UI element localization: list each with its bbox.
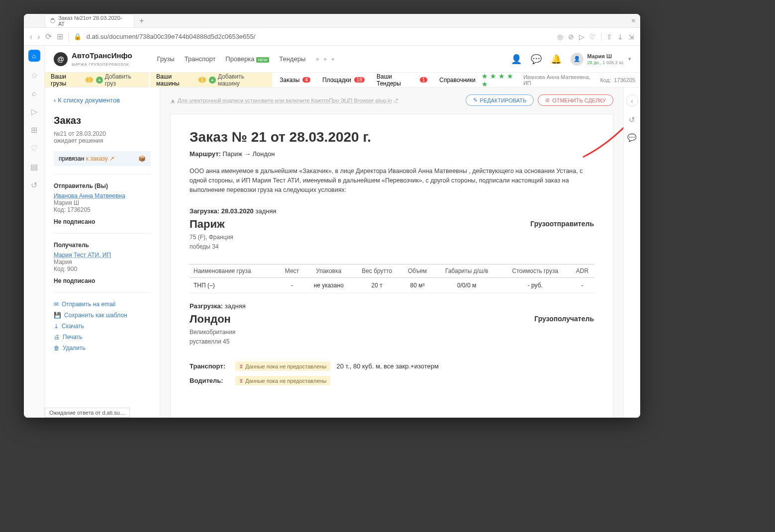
nav-more-icon[interactable]: ● ● ● xyxy=(315,55,336,63)
action-save-template[interactable]: 💾Сохранить как шаблон xyxy=(54,312,151,319)
subnav-orders[interactable]: Заказы xyxy=(280,77,299,84)
action-download[interactable]: ⤓Скачать xyxy=(54,323,151,330)
company-name[interactable]: Иванова Анна Матвеевна, ИП xyxy=(523,74,597,86)
subnav-platforms[interactable]: Площадки xyxy=(322,77,351,84)
external-icon: ↗ xyxy=(394,97,398,103)
city-to-region: Великобритания xyxy=(190,328,235,337)
rail-star-icon[interactable]: ☆ xyxy=(31,71,38,80)
cancel-deal-button[interactable]: ⊘ ОТМЕНИТЬ СДЕЛКУ xyxy=(538,94,613,106)
search-person-icon[interactable]: 👤 xyxy=(511,54,522,65)
receiver-name-link[interactable]: Мария Тест АТИ, ИП xyxy=(54,252,151,259)
grid-icon[interactable]: ⊞ xyxy=(57,32,63,41)
sidebar-title: Заказ xyxy=(54,115,151,126)
url-text[interactable]: d.ati.su/document/738a00c39e744b04888d5d… xyxy=(87,33,256,40)
rail-list-icon[interactable]: ▤ xyxy=(30,162,38,172)
print-icon: 🖨 xyxy=(54,334,60,341)
linked-order-box[interactable]: привязан к заказу ↗ 📦 xyxy=(54,151,151,166)
rail-history-icon[interactable]: ↺ xyxy=(31,180,37,190)
site-logo[interactable]: @ АвтоТрансИнфо БИРЖА ГРУЗОПЕРЕВОЗОК xyxy=(54,51,132,67)
user-menu[interactable]: 👤 Мария Ш 28 дн., 1 026.2 ат. ▾ xyxy=(571,53,631,66)
nav-cargo[interactable]: Грузы xyxy=(157,55,175,63)
rail-apps-icon[interactable]: ⊞ xyxy=(31,125,37,135)
share-icon[interactable]: ⇪ xyxy=(606,33,612,41)
table-row: ТНП (–) - не указано 20 т 80 м³ 0/0/0 м … xyxy=(190,277,594,293)
action-print[interactable]: 🖨Печать xyxy=(54,334,151,341)
subnav-your-cargo[interactable]: Ваши грузы xyxy=(51,73,83,87)
route-label: Маршрут: xyxy=(190,150,221,158)
route-arrow-icon: → xyxy=(244,150,251,158)
logo-icon: @ xyxy=(54,52,68,66)
reload-icon[interactable]: ⟳ xyxy=(45,32,52,41)
play-icon[interactable]: ▷ xyxy=(579,33,584,41)
crypto-warning[interactable]: ▲ Для электронной подписи установите или… xyxy=(170,97,398,103)
loading-label: Загрузка: xyxy=(190,207,219,215)
new-badge: NEW xyxy=(256,57,270,63)
subnav-your-trucks[interactable]: Ваши машины xyxy=(156,73,195,87)
loading-date: 28.03.2020 xyxy=(221,207,254,215)
logo-title: АвтоТрансИнфо xyxy=(72,51,132,60)
drawer-icon[interactable]: ⇲ xyxy=(628,33,634,41)
tabs-menu-icon[interactable]: ≡ xyxy=(631,17,635,24)
doc-intro: ООО анна именуемое в дальнейшем «Заказчи… xyxy=(190,167,594,194)
nav-check[interactable]: ПроверкаNEW xyxy=(225,55,269,63)
history-icon[interactable]: ↺ xyxy=(629,115,635,124)
tenders-count: 1 xyxy=(420,77,427,83)
add-cargo-button[interactable]: Добавить груз xyxy=(96,73,143,87)
stop-icon: ⊘ xyxy=(545,97,550,103)
sender-name-link[interactable]: Иванова Анна Матвеевна xyxy=(54,192,151,199)
download-action-icon: ⤓ xyxy=(54,323,59,330)
rail-send-icon[interactable]: ▷ xyxy=(31,107,37,116)
download-icon[interactable]: ⤓ xyxy=(617,33,623,41)
window-titlebar: Заказ №21от 28.03.2020- АТ + ≡ xyxy=(24,14,640,28)
nav-forward-icon[interactable]: › xyxy=(37,32,40,41)
subnav-directories[interactable]: Справочники xyxy=(439,77,476,84)
sender-code: Код: 1736205 xyxy=(54,206,151,213)
sub-navbar: Ваши грузы 1 Добавить груз Ваши машины 1… xyxy=(45,73,640,88)
subnav-your-tenders[interactable]: Ваши Тендеры xyxy=(377,73,417,87)
collapse-icon[interactable]: ‹ xyxy=(626,94,638,106)
action-delete[interactable]: 🗑Удалить xyxy=(54,345,151,352)
route-to: Лондон xyxy=(253,150,275,158)
bell-icon[interactable]: 🔔 xyxy=(551,54,562,65)
edit-button[interactable]: ✎ РЕДАКТИРОВАТЬ xyxy=(466,94,534,106)
address-bar: ‹ › ⟳ ⊞ 🔒 d.ati.su/document/738a00c39e74… xyxy=(24,28,640,46)
heart-icon[interactable]: ♡ xyxy=(589,33,596,41)
loading-type: задняя xyxy=(255,207,276,215)
document-body: Заказ № 21 от 28.03.2020 г. Маршрут: Пар… xyxy=(170,114,613,418)
save-icon: 💾 xyxy=(54,312,61,319)
transport-label: Транспорт: xyxy=(190,362,229,370)
chevron-left-icon: ‹ xyxy=(54,96,56,104)
nav-transport[interactable]: Транспорт xyxy=(185,55,216,63)
sender-person: Мария Ш xyxy=(54,199,151,206)
rail-search-icon[interactable]: ⌕ xyxy=(32,89,37,98)
rail-home-icon[interactable]: ⌂ xyxy=(28,50,40,62)
browser-status-text: Ожидание ответа от d.ati.su… xyxy=(45,408,130,418)
nav-back-icon[interactable]: ‹ xyxy=(30,32,32,41)
browser-tab[interactable]: Заказ №21от 28.03.2020- АТ xyxy=(45,14,134,27)
hourglass-icon: ⧗ xyxy=(239,363,243,369)
company-code: 1736205 xyxy=(614,77,635,83)
mail-icon: ✉ xyxy=(54,301,59,308)
your-cargo-count: 1 xyxy=(86,77,94,83)
trash-icon: 🗑 xyxy=(54,345,60,352)
browser-side-rail: ⌂ ☆ ⌕ ▷ ⊞ ♡ ▤ ↺ xyxy=(24,46,45,418)
doc-title: Заказ № 21 от 28.03.2020 г. xyxy=(190,129,594,145)
comments-icon[interactable]: 💬 xyxy=(627,133,637,142)
chat-icon[interactable]: 💬 xyxy=(531,54,542,65)
camera-icon[interactable]: ◎ xyxy=(557,33,563,41)
cargo-table: Наименование груза Мест Упаковка Вес бру… xyxy=(190,264,594,293)
add-truck-button[interactable]: Добавить машину xyxy=(209,73,266,87)
transport-pending: ⧗Данные пока не предоставлены xyxy=(235,361,330,371)
back-to-list-link[interactable]: ‹ К списку документов xyxy=(54,96,151,104)
orders-count: 4 xyxy=(302,77,310,83)
transport-spec: 20 т., 80 куб. м, все закр.+изотерм xyxy=(336,362,438,370)
action-send-email[interactable]: ✉Отправить на email xyxy=(54,301,151,308)
block-icon[interactable]: ⊘ xyxy=(568,33,574,41)
chevron-down-icon: ▾ xyxy=(628,56,631,62)
route-from: Париж xyxy=(222,150,242,158)
logo-subtitle: БИРЖА ГРУЗОПЕРЕВОЗОК xyxy=(72,62,129,67)
nav-tenders[interactable]: Тендеры xyxy=(279,55,305,63)
user-name: Мария Ш xyxy=(587,53,624,59)
rail-heart-icon[interactable]: ♡ xyxy=(31,144,38,153)
new-tab-button[interactable]: + xyxy=(139,16,144,25)
